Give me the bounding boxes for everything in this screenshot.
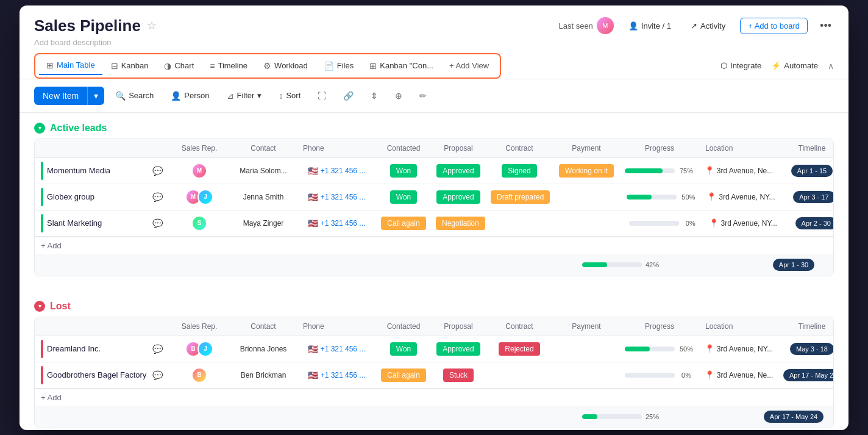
chart-icon: ◑ (164, 61, 171, 71)
contract-cell (486, 373, 553, 378)
phone-cell: 🇺🇸 +1 321 456 ... (297, 342, 376, 356)
search-icon: 🔍 (115, 91, 126, 101)
location-cell: 📍 3rd Avenue, Ne... (699, 164, 778, 178)
contact-cell: Ben Brickman (230, 368, 297, 382)
contact-cell: Maria Solom... (230, 164, 297, 178)
chat-icon[interactable]: 💬 (152, 218, 163, 228)
avatar: J (197, 189, 213, 205)
row-name-cell: Momentum Media 💬 (35, 158, 169, 184)
group-lost: ▾ Lost Sales Rep. Contact Phone Contacte… (34, 291, 834, 428)
proposal-cell: Negotiation (431, 214, 490, 232)
invite-button[interactable]: 👤 Invite / 1 (624, 19, 676, 33)
chat-icon[interactable]: 💬 (152, 344, 163, 354)
col-header-location-lost: Location (699, 317, 778, 336)
formula-icon: ⊕ (395, 91, 402, 101)
edit-button[interactable]: ✏ (413, 87, 433, 104)
tab-kanban-con[interactable]: ⊞ Kanban "Con... (362, 57, 441, 74)
contact-cell: Maya Zinger (230, 217, 297, 230)
chat-icon[interactable]: 💬 (152, 370, 163, 380)
hide-button[interactable]: 🔗 (337, 87, 360, 104)
contacted-cell: Won (376, 162, 431, 180)
chat-icon[interactable]: 💬 (152, 192, 163, 202)
phone-cell: 🇺🇸 +1 321 456 ... (297, 164, 376, 178)
col-header-contract: Contract (486, 139, 553, 157)
sort-button[interactable]: ↕ Sort (272, 87, 307, 104)
col-header-progress-lost: Progress (620, 317, 699, 336)
group-active-title: Active leads (50, 123, 107, 134)
filter-icon: ⊿ (227, 91, 234, 101)
group-active-leads-header[interactable]: ▾ Active leads (34, 113, 834, 138)
tabs-row: ⊞ Main Table ⊟ Kanban ◑ Chart ≡ Timeline… (34, 53, 834, 79)
activity-button[interactable]: ↗ Activity (686, 19, 730, 33)
row-name: Globex group (47, 192, 149, 201)
more-button[interactable]: ••• (817, 17, 834, 35)
add-row-active[interactable]: + Add (35, 237, 833, 254)
col-header-phone: Phone (297, 139, 376, 157)
kanban-con-icon: ⊞ (369, 61, 377, 71)
tab-files[interactable]: 📄 Files (316, 57, 361, 74)
toolbar: New Item ▾ 🔍 Search 👤 Person ⊿ Filter ▾ … (20, 79, 848, 113)
row-color-bar (41, 366, 43, 384)
chat-icon[interactable]: 💬 (152, 166, 163, 176)
summary-progress-active: 42% (582, 261, 661, 268)
tab-kanban[interactable]: ⊟ Kanban (104, 57, 156, 74)
table-row: Goodbrothers Bagel Factory 💬 B Ben Brick… (35, 362, 833, 389)
new-item-button[interactable]: New Item ▾ (34, 87, 104, 105)
proposal-cell: Stuck (431, 366, 486, 384)
search-button[interactable]: 🔍 Search (109, 87, 160, 104)
workload-icon: ⚙ (263, 61, 271, 71)
tab-workload[interactable]: ⚙ Workload (256, 57, 315, 74)
col-header-progress: Progress (620, 139, 699, 157)
summary-pct-lost: 25% (646, 413, 661, 420)
col-header-timeline: Timeline (778, 139, 834, 157)
filter-chevron: ▾ (257, 91, 261, 100)
avatar: M (597, 17, 614, 34)
app-window: Sales Pipeline ☆ Last seen M 👤 Invite / … (20, 5, 848, 430)
collapse-button[interactable]: ∧ (828, 61, 834, 71)
column-headers: Sales Rep. Contact Phone Contacted Propo… (35, 139, 833, 158)
tabs-right: ⬡ Integrate ⚡ Automate ∧ (720, 61, 834, 71)
summary-pct-active: 42% (646, 261, 661, 268)
sales-rep-cell: B J (169, 339, 230, 359)
person-button[interactable]: 👤 Person (165, 87, 215, 104)
col-header-contract-lost: Contract (486, 317, 553, 336)
proposal-cell: Approved (431, 340, 486, 358)
payment-cell (553, 347, 620, 351)
col-header-name-lost (35, 322, 169, 331)
board-description[interactable]: Add board description (34, 38, 834, 47)
progress-cell: 0% (624, 217, 703, 229)
row-color-bar (41, 214, 43, 232)
tab-chart[interactable]: ◑ Chart (157, 57, 201, 74)
formula-button[interactable]: ⊕ (389, 87, 408, 104)
row-name-cell: Goodbrothers Bagel Factory 💬 (35, 362, 169, 388)
col-header-contact-lost: Contact (230, 317, 297, 336)
contact-cell: Brionna Jones (230, 342, 297, 356)
star-icon[interactable]: ☆ (147, 19, 157, 32)
summary-timeline-active: Apr 1 - 30 (760, 259, 827, 271)
proposal-cell: Approved (431, 162, 486, 180)
contract-cell: Draft prepared (486, 188, 555, 206)
automate-icon: ⚡ (771, 61, 781, 70)
row-height-button[interactable]: ⇕ (365, 87, 384, 104)
tab-timeline[interactable]: ≡ Timeline (202, 57, 255, 74)
content: ▾ Active leads Sales Rep. Contact Phone … (20, 113, 848, 430)
group-lost-header[interactable]: ▾ Lost (34, 291, 834, 317)
payment-cell (557, 221, 624, 226)
table-row: Slant Marketing 💬 S Maya Zinger 🇺🇸 +1 32… (35, 210, 833, 237)
col-header-payment-lost: Payment (553, 317, 620, 336)
col-header-contact: Contact (230, 139, 297, 157)
contacted-cell: Call again (376, 214, 431, 232)
group-lost-title: Lost (50, 301, 71, 312)
progress-cell: 0% (620, 369, 699, 381)
integrate-button[interactable]: ⬡ Integrate (720, 61, 761, 70)
add-to-board-button[interactable]: + Add to board (740, 18, 808, 34)
tab-main-table[interactable]: ⊞ Main Table (39, 57, 102, 75)
new-item-dropdown-arrow[interactable]: ▾ (87, 87, 104, 105)
add-view-button[interactable]: + Add View (442, 57, 496, 74)
row-name: Slant Marketing (47, 218, 149, 228)
sales-rep-cell: B (169, 365, 230, 386)
link-button[interactable]: ⛶ (311, 87, 332, 104)
automate-button[interactable]: ⚡ Automate (771, 61, 818, 70)
filter-button[interactable]: ⊿ Filter ▾ (221, 87, 268, 104)
add-row-lost[interactable]: + Add (35, 389, 833, 406)
